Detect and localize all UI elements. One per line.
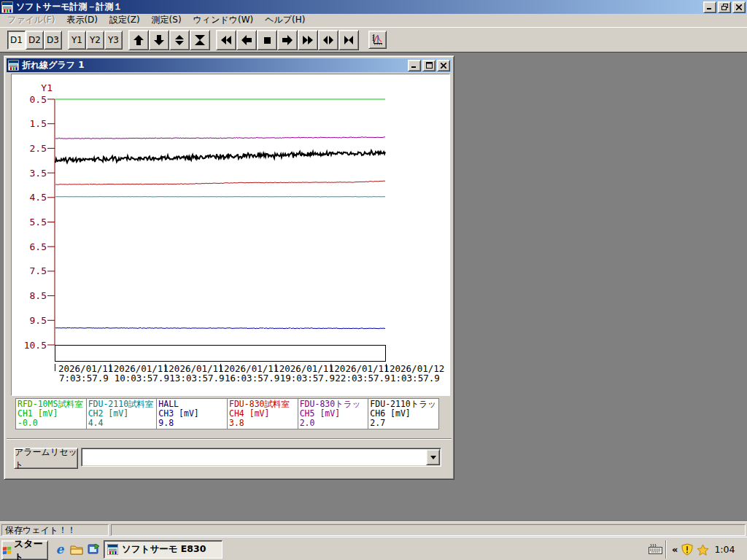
channel-value: 4.4 <box>88 419 156 428</box>
svg-text:7.5: 7.5 <box>30 265 47 276</box>
expand-horizontal-icon <box>322 34 334 46</box>
start-label: スタート <box>14 537 47 560</box>
up-arrow-button[interactable] <box>128 30 149 50</box>
fast-forward-button[interactable] <box>298 30 318 50</box>
svg-text:22:03:57.9: 22:03:57.9 <box>335 373 390 384</box>
menu-bar: ファイル(F)表示(D)設定(Z)測定(S)ウィンドウ(W)ヘルプ(H) <box>0 14 747 27</box>
up-arrow-icon <box>133 34 144 46</box>
collapse-horizontal-button[interactable] <box>338 30 359 50</box>
app-icon <box>1 1 13 13</box>
down-arrow-button[interactable] <box>149 30 169 50</box>
channel-legend: RFD-10MS試料室CH1 [mV]-0.0FDU-2110試料室CH2 [m… <box>15 398 439 429</box>
graph-maximize-button[interactable] <box>422 60 436 71</box>
svg-text:8.5: 8.5 <box>30 290 47 301</box>
start-button[interactable]: スタート <box>1 540 48 560</box>
menu-view[interactable]: 表示(D) <box>61 12 104 28</box>
menu-measure[interactable]: 測定(S) <box>146 12 187 28</box>
taskbar-app-button[interactable]: ソフトサーモ E830 <box>104 540 222 559</box>
maximize-icon <box>426 62 433 69</box>
desktop: ソフトサーモ計測－計測１ ファイル(F)表示(D)設定(Z)測定(S)ウィンドウ… <box>0 0 747 560</box>
expand-horizontal-button[interactable] <box>318 30 338 50</box>
graph-icon <box>371 34 384 46</box>
step-right-button[interactable] <box>277 30 298 50</box>
svg-text:13:03:57.9: 13:03:57.9 <box>169 373 224 384</box>
close-icon <box>736 4 742 10</box>
menu-help[interactable]: ヘルプ(H) <box>259 12 311 28</box>
channel-value: 9.8 <box>158 419 226 428</box>
svg-text:10:03:57.9: 10:03:57.9 <box>115 373 169 384</box>
step-left-button[interactable] <box>236 30 257 50</box>
graph-minimize-button[interactable] <box>408 60 421 71</box>
status-panel-2 <box>111 524 746 536</box>
svg-text:6.5: 6.5 <box>30 241 47 252</box>
security-shield-icon[interactable] <box>681 543 693 556</box>
down-arrow-icon <box>153 34 165 46</box>
rewind-button[interactable] <box>216 30 236 50</box>
svg-text:16:03:57.9: 16:03:57.9 <box>225 373 279 384</box>
graph-title-bar: 折れ線グラフ 1 <box>7 58 452 72</box>
mdi-area: 折れ線グラフ 1 Y10.51.52.53.54.55.56.57.58.59.… <box>0 52 747 521</box>
svg-text:5.5: 5.5 <box>30 217 47 228</box>
star-icon[interactable] <box>697 544 709 556</box>
close-icon <box>441 63 446 69</box>
quick-launch-folder[interactable] <box>69 542 84 556</box>
axis-y3-button[interactable]: Y3 <box>104 31 123 50</box>
menu-settings[interactable]: 設定(Z) <box>104 12 146 28</box>
graph-close-button[interactable] <box>437 60 450 71</box>
quick-launch-app[interactable] <box>86 542 101 556</box>
stop-button[interactable] <box>257 30 277 50</box>
left-arrow-icon <box>241 34 252 46</box>
svg-text:1:03:57.9: 1:03:57.9 <box>390 373 440 384</box>
line-chart: Y10.51.52.53.54.55.56.57.58.59.510.52026… <box>11 74 450 396</box>
legend-cell-ch1: RFD-10MS試料室CH1 [mV]-0.0 <box>15 398 87 429</box>
menu-window[interactable]: ウィンドウ(W) <box>187 12 260 28</box>
legend-cell-ch4: FDU-830試料室CH4 [mV]3.8 <box>227 398 298 429</box>
app-icon <box>107 544 118 555</box>
display-d3-button[interactable]: D3 <box>44 31 62 50</box>
alarm-combobox-dropdown-button[interactable] <box>426 449 440 465</box>
rewind-icon <box>220 34 232 46</box>
legend-cell-ch5: FDU-830トラッCH5 [mV]2.0 <box>298 398 369 429</box>
display-d1-button[interactable]: D1 <box>7 31 26 50</box>
svg-text:7:03:57.9: 7:03:57.9 <box>59 373 109 384</box>
svg-text:1.5: 1.5 <box>30 118 47 129</box>
channel-value: -0.0 <box>18 419 85 428</box>
svg-text:Y1: Y1 <box>41 82 53 93</box>
quick-launch-ie[interactable]: e <box>53 542 67 556</box>
keyboard-indicator-icon[interactable] <box>649 543 662 556</box>
axis-y1-button[interactable]: Y1 <box>68 31 86 50</box>
alarm-strip: アラームリセット <box>7 438 452 479</box>
status-message: 保存ウェイト！！ <box>1 524 109 536</box>
folder-icon <box>70 544 83 555</box>
svg-text:0.5: 0.5 <box>30 94 47 105</box>
minimize-button[interactable] <box>703 1 716 13</box>
stop-icon <box>261 34 273 46</box>
tray-chevron-button[interactable]: « <box>672 544 678 555</box>
status-bar: 保存ウェイト！！ <box>0 521 747 537</box>
toolbar: D1D2D3 Y1Y2Y3 <box>0 27 747 52</box>
alarm-combobox[interactable] <box>81 448 441 467</box>
svg-text:10.5: 10.5 <box>24 340 47 351</box>
fast-forward-icon <box>302 34 314 46</box>
alarm-reset-button[interactable]: アラームリセット <box>14 448 78 469</box>
display-d2-button[interactable]: D2 <box>26 31 44 50</box>
right-arrow-icon <box>282 34 293 46</box>
close-button[interactable] <box>732 1 746 13</box>
restore-button[interactable] <box>718 1 731 13</box>
minimize-icon <box>411 63 417 68</box>
taskbar-app-label: ソフトサーモ E830 <box>122 543 206 556</box>
taskbar: スタート e ソフトサーモ E830 « 1:04 <box>0 537 747 560</box>
legend-cell-ch3: HALLCH3 [mV]9.8 <box>156 398 228 429</box>
ie-icon: e <box>56 543 64 556</box>
alarm-combobox-field[interactable] <box>81 448 441 467</box>
system-tray: « 1:04 <box>665 540 746 559</box>
axis-y2-button[interactable]: Y2 <box>86 31 104 50</box>
collapse-vertical-button[interactable] <box>190 30 210 50</box>
graph-window-title: 折れ線グラフ 1 <box>22 59 85 71</box>
expand-vertical-button[interactable] <box>169 30 190 50</box>
chart-canvas: Y10.51.52.53.54.55.56.57.58.59.510.52026… <box>12 74 449 395</box>
svg-text:9.5: 9.5 <box>30 315 47 326</box>
graph-window-icon <box>8 60 19 71</box>
menu-file[interactable]: ファイル(F) <box>1 12 61 28</box>
graph-settings-button[interactable] <box>368 31 387 49</box>
